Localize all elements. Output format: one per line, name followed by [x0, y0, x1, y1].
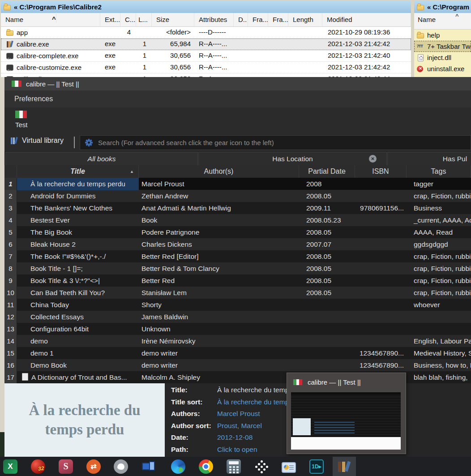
taskbar-item[interactable]: [305, 457, 328, 476]
search-box[interactable]: [80, 135, 471, 150]
excel-icon[interactable]: [3, 459, 17, 474]
italian-flag-icon: [293, 379, 302, 385]
file-row[interactable]: 7+ Taskbar Twea: [414, 41, 471, 52]
file-row[interactable]: app 4 <folder> ----D------ 2021-10-29 08…: [1, 27, 411, 39]
book-row[interactable]: 9 Book Title & 3 \/:*?"<>| Better Red 20…: [4, 274, 471, 287]
chrome-icon[interactable]: [199, 459, 213, 474]
evernote-icon[interactable]: [114, 459, 128, 474]
italian-flag-icon: [15, 111, 27, 118]
book-row[interactable]: 7 The Book !"#$%&'()*+,-./ Better Red [E…: [4, 250, 471, 262]
file-row[interactable]: calibre-customize.exe exe 1 30,656 R--A-…: [1, 62, 411, 73]
book-isbn-cell: [355, 178, 407, 190]
taskbar-item[interactable]: [54, 457, 77, 476]
book-row[interactable]: 1 À la recherche du temps perdu Marcel P…: [4, 178, 471, 190]
file-row[interactable]: help: [414, 30, 471, 41]
right-panel-column-headers[interactable]: Name ^: [414, 13, 471, 30]
book-row[interactable]: 3 The Bankers' New Clothes Anat Admati &…: [4, 202, 471, 214]
book-row[interactable]: 6 Bleak House 2 Charles Dickens 2007.07 …: [4, 238, 471, 250]
taskbar-item[interactable]: [167, 457, 190, 476]
column-header-partial-date[interactable]: Partial Date: [299, 165, 355, 178]
sync-arrows-icon[interactable]: [86, 459, 101, 474]
close-tab-icon[interactable]: ✕: [369, 155, 377, 163]
book-isbn-cell: 1234567890...: [355, 359, 407, 372]
1d-player-icon[interactable]: [309, 459, 324, 474]
column-header[interactable]: Size: [152, 13, 194, 26]
book-row[interactable]: 16 Demo Book demo writer 1234567890... B…: [4, 359, 471, 371]
taskbar-item[interactable]: [137, 457, 160, 476]
file-row[interactable]: uninstall.exe: [414, 63, 471, 74]
tab-all-books[interactable]: All books: [5, 152, 198, 166]
search-input[interactable]: [97, 138, 471, 147]
presentation-icon[interactable]: [282, 462, 296, 473]
book-row[interactable]: 13 Configuration 64bit Unknown: [4, 323, 471, 335]
book-row[interactable]: 15 demo 1 demo writer 1234567890... Medi…: [4, 347, 471, 359]
book-row[interactable]: 10 Can Bad Teeth Kill You? Stanisław Lem…: [4, 287, 471, 299]
taskbar-item[interactable]: [82, 457, 105, 476]
taskbar-item[interactable]: [109, 457, 133, 476]
menu-preferences[interactable]: Preferences: [10, 90, 57, 107]
book-row[interactable]: 12 Collected Essays James Baldwin: [4, 311, 471, 323]
book-cover[interactable]: À la recherche du temps perdu: [4, 383, 165, 457]
edge-icon[interactable]: [171, 459, 185, 474]
column-header[interactable]: Attributes: [194, 13, 234, 26]
column-header[interactable]: L...: [136, 13, 152, 26]
gear-icon[interactable]: [85, 138, 93, 147]
taskbar-item[interactable]: [333, 457, 356, 476]
file-links: 1: [136, 62, 152, 73]
book-row[interactable]: 4 Bestest Ever Book 2008.05.23 _current,…: [4, 214, 471, 226]
column-header[interactable]: Length: [288, 13, 322, 26]
book-row[interactable]: 2 Android for Dummies Zethan Andrew 2008…: [4, 190, 471, 202]
calibre-window-thumbnail[interactable]: [291, 392, 401, 450]
calculator-icon[interactable]: [227, 459, 241, 474]
calibre-icon[interactable]: [337, 459, 351, 474]
column-header[interactable]: Fra...: [268, 13, 288, 26]
left-panel-path-bar[interactable]: « C:\Program Files\Calibre2: [1, 1, 411, 13]
taskbar-item[interactable]: [250, 457, 273, 476]
column-header-authors[interactable]: Author(s): [139, 165, 299, 178]
column-header-title[interactable]: Title ▲: [17, 165, 139, 178]
file-modified: 2021-12-03 21:42:42: [322, 39, 411, 50]
file-count: 4: [120, 27, 136, 38]
column-header[interactable]: D..: [234, 13, 248, 26]
tab-has-publisher[interactable]: Has Pul: [387, 152, 471, 166]
test-toolbar-button[interactable]: Test: [15, 111, 28, 129]
file-row[interactable]: calibre-complete.exe exe 1 30,656 R--A--…: [1, 50, 411, 62]
column-header[interactable]: Ext...: [100, 13, 120, 26]
virtual-library-button[interactable]: Virtual library: [11, 137, 64, 145]
fitbit-dots-icon[interactable]: [254, 459, 269, 474]
column-header[interactable]: C...: [120, 13, 136, 26]
book-row[interactable]: 5 The Big Book Podere Patrignone 2008.05…: [4, 226, 471, 238]
file-attributes: ----D------: [194, 27, 234, 38]
column-header-isbn[interactable]: ISBN: [355, 165, 407, 178]
taskbar-item[interactable]: [26, 457, 50, 476]
column-header[interactable]: Fra...: [248, 13, 268, 26]
sort-caret-icon[interactable]: ^: [47, 13, 56, 23]
thumbnail-bottom-area: [291, 437, 401, 450]
file-row[interactable]: calibredb.exe exe 1 30,656 R--A----... 2…: [1, 73, 411, 77]
tab-has-location[interactable]: Has Location ✕: [198, 152, 387, 166]
sort-caret-icon[interactable]: ^: [455, 13, 459, 19]
book-row[interactable]: 11 China Today Shorty whoever: [4, 299, 471, 311]
search-bar-row: Virtual library: [4, 133, 471, 151]
book-row[interactable]: 14 demo Irène Némirovsky English, Labour…: [4, 335, 471, 347]
file-row[interactable]: calibre.exe exe 1 65,984 R--A----... 202…: [1, 39, 411, 50]
column-header[interactable]: Modified: [322, 13, 411, 26]
calibre-title-bar: calibre — || Test ||: [4, 77, 471, 90]
document-icon: [22, 373, 28, 381]
taskbar-item[interactable]: [277, 457, 300, 476]
red-32-app-icon[interactable]: [30, 459, 46, 474]
remote-desktop-icon[interactable]: [141, 459, 156, 474]
test-button-label: Test: [15, 121, 28, 129]
s-app-icon[interactable]: [59, 459, 73, 474]
taskbar-item[interactable]: [222, 457, 245, 476]
calibre-window-title: calibre — || Test ||: [26, 80, 79, 88]
thumbnail-detail-lines: [314, 422, 355, 434]
file-row[interactable]: inject.dll: [414, 52, 471, 63]
taskbar-item[interactable]: [0, 457, 22, 476]
book-date-cell: 2008.05: [299, 262, 355, 275]
taskbar-item[interactable]: [194, 457, 218, 476]
column-header-tags[interactable]: Tags: [407, 165, 471, 178]
file-ext: exe: [100, 39, 120, 50]
right-panel-path-bar[interactable]: « C:\Program Fil: [414, 1, 471, 13]
book-row[interactable]: 8 Book Title - 1 []=; Better Red & Tom C…: [4, 262, 471, 274]
